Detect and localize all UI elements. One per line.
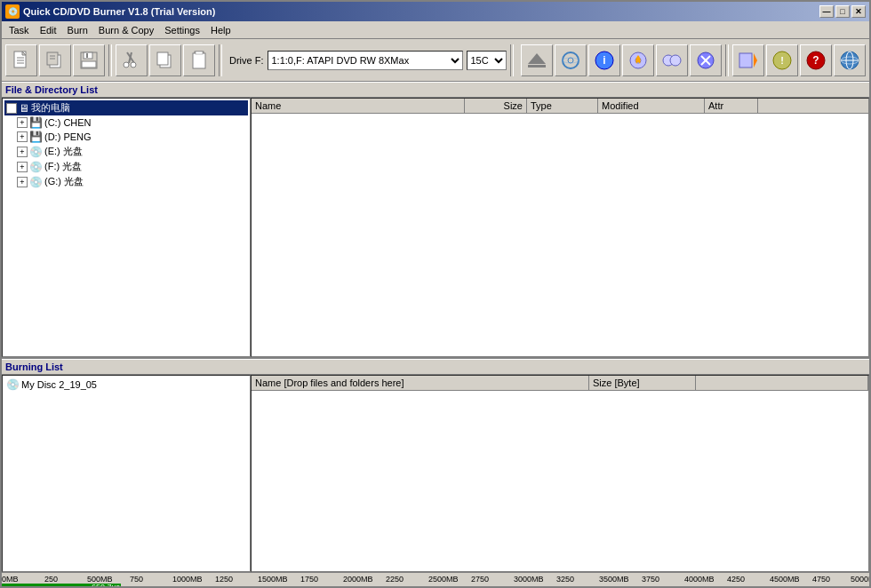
cut-button[interactable] <box>116 44 148 76</box>
col-size[interactable]: Size <box>465 99 527 113</box>
globe-button[interactable] <box>834 44 866 76</box>
tree-item-d-label: (D:) PENG <box>44 131 92 142</box>
tree-root-label: 我的电脑 <box>31 101 70 115</box>
info-button[interactable]: i <box>588 44 620 76</box>
tick-0mb: 0MB <box>2 575 19 584</box>
about-button[interactable]: ! <box>766 44 798 76</box>
menu-settings[interactable]: Settings <box>159 23 205 37</box>
tick-1250: 1250 <box>215 575 233 584</box>
tick-5000mb: 5000MB <box>851 575 869 584</box>
speed-select[interactable]: 15C 1x 2x 4x 8x <box>467 51 507 70</box>
file-dir-container: File & Directory List − 🖥 我的电脑 + 💾 (C:) … <box>2 82 869 357</box>
svg-rect-18 <box>157 52 168 65</box>
svg-rect-11 <box>82 61 96 68</box>
svg-point-25 <box>568 58 573 63</box>
tick-4250: 4250 <box>727 575 745 584</box>
col-attr[interactable]: Attr <box>705 99 758 113</box>
toolbar-separator-4 <box>725 44 729 76</box>
new-button[interactable] <box>5 44 37 76</box>
svg-rect-21 <box>196 52 203 54</box>
save-button[interactable] <box>73 44 105 76</box>
burning-list-pane[interactable]: Name [Drop files and folders here] Size … <box>251 375 869 572</box>
expand-d[interactable]: + <box>17 131 28 142</box>
tick-2500mb: 2500MB <box>428 575 459 584</box>
window-controls: — □ ✕ <box>819 5 866 18</box>
menu-help[interactable]: Help <box>205 23 236 37</box>
burning-col-name[interactable]: Name [Drop files and folders here] <box>252 376 589 390</box>
tick-3750: 3750 <box>642 575 659 584</box>
col-type[interactable]: Type <box>527 99 598 113</box>
burning-disc-item[interactable]: 💿 My Disc 2_19_05 <box>4 377 248 392</box>
svg-text:?: ? <box>812 54 819 67</box>
tree-item-c[interactable]: + 💾 (C:) CHEN <box>4 115 248 130</box>
minimize-button[interactable]: — <box>819 5 834 18</box>
tick-4500mb: 4500MB <box>770 575 800 584</box>
burning-disc-label: My Disc 2_19_05 <box>21 379 97 390</box>
tree-item-g-label: (G:) 光盘 <box>44 175 84 188</box>
file-list-header: Name Size Type Modified Attr <box>252 99 868 114</box>
tick-750: 750 <box>130 575 143 584</box>
tree-pane[interactable]: − 🖥 我的电脑 + 💾 (C:) CHEN + 💾 (D:) PENG <box>2 98 251 357</box>
svg-marker-37 <box>754 53 757 68</box>
tick-4750: 4750 <box>812 575 830 584</box>
tree-item-f-label: (F:) 光盘 <box>44 160 82 173</box>
burning-list-header: Name [Drop files and folders here] Size … <box>252 376 868 391</box>
tick-1750: 1750 <box>300 575 318 584</box>
paste-button[interactable] <box>183 44 215 76</box>
maximize-button[interactable]: □ <box>835 5 850 18</box>
tree-item-f[interactable]: + 💿 (F:) 光盘 <box>4 159 248 174</box>
copy-disc-button[interactable] <box>656 44 688 76</box>
svg-text:i: i <box>603 54 605 67</box>
toolbar-separator-2 <box>219 44 222 76</box>
col-modified[interactable]: Modified <box>598 99 705 113</box>
copy-button[interactable] <box>39 44 71 76</box>
expand-f[interactable]: + <box>17 162 28 172</box>
file-dir-label: File & Directory List <box>2 82 869 98</box>
svg-point-15 <box>124 62 129 68</box>
menu-burn-copy[interactable]: Burn & Copy <box>93 23 159 37</box>
svg-rect-12 <box>86 53 88 58</box>
burning-col-size[interactable]: Size [Byte] <box>589 376 696 390</box>
tick-3000mb: 3000MB <box>514 575 544 584</box>
tree-root[interactable]: − 🖥 我的电脑 <box>4 100 248 115</box>
tick-4000mb: 4000MB <box>684 575 715 584</box>
menu-edit[interactable]: Edit <box>35 23 62 37</box>
drive-select[interactable]: 1:1:0,F: ATAPI DVD RW 8XMax <box>268 51 463 70</box>
svg-point-26 <box>563 58 579 63</box>
burning-tree[interactable]: 💿 My Disc 2_19_05 <box>2 375 251 572</box>
burning-container: Burning List 💿 My Disc 2_19_05 Name [Dro… <box>2 357 869 572</box>
status-bar: 650.7us 0MB 250 500MB 750 1000MB 1250 15… <box>2 572 869 588</box>
toolbar: Drive F: 1:1:0,F: ATAPI DVD RW 8XMax 15C… <box>2 39 869 82</box>
expand-root[interactable]: − <box>6 103 17 114</box>
media-button[interactable] <box>732 44 764 76</box>
expand-e[interactable]: + <box>17 147 28 157</box>
disc-read-button[interactable] <box>555 44 587 76</box>
svg-rect-23 <box>528 65 546 68</box>
tick-2000mb: 2000MB <box>343 575 373 584</box>
burning-split: 💿 My Disc 2_19_05 Name [Drop files and f… <box>2 375 869 572</box>
col-name[interactable]: Name <box>252 99 465 113</box>
menu-bar: Task Edit Burn Burn & Copy Settings Help <box>2 21 869 39</box>
tree-item-g[interactable]: + 💿 (G:) 光盘 <box>4 174 248 189</box>
erase-button[interactable] <box>690 44 722 76</box>
close-button[interactable]: ✕ <box>851 5 866 18</box>
file-list-pane[interactable]: Name Size Type Modified Attr <box>251 98 869 357</box>
expand-g[interactable]: + <box>17 177 28 187</box>
eject-button[interactable] <box>521 44 553 76</box>
tree-item-e[interactable]: + 💿 (E:) 光盘 <box>4 144 248 159</box>
tick-500mb: 500MB <box>87 575 113 584</box>
used-label: 650.7us <box>91 584 121 589</box>
toolbar-separator-3 <box>510 44 514 76</box>
burn-button[interactable] <box>622 44 654 76</box>
expand-c[interactable]: + <box>17 117 28 128</box>
app-icon: 💿 <box>5 4 20 19</box>
copy2-button[interactable] <box>149 44 181 76</box>
tick-1000mb: 1000MB <box>172 575 203 584</box>
help-button[interactable]: ? <box>800 44 832 76</box>
menu-burn[interactable]: Burn <box>62 23 93 37</box>
svg-rect-36 <box>739 53 752 68</box>
burning-col-extra <box>696 376 868 390</box>
menu-task[interactable]: Task <box>4 23 35 37</box>
tick-2250: 2250 <box>386 575 404 584</box>
tree-item-d[interactable]: + 💾 (D:) PENG <box>4 130 248 144</box>
